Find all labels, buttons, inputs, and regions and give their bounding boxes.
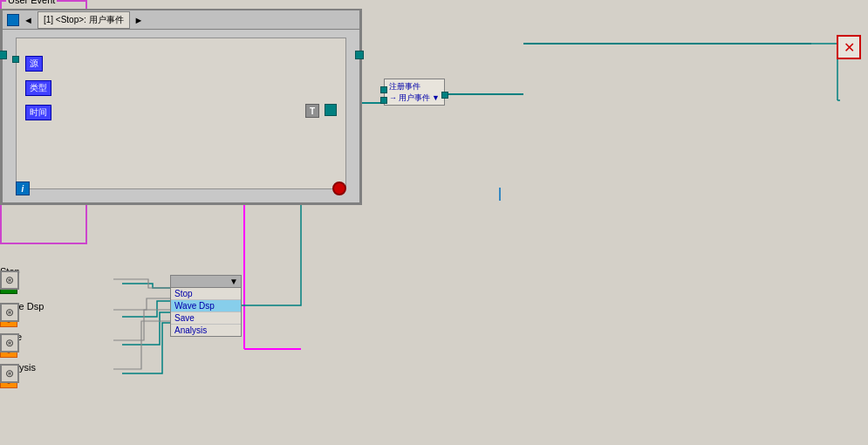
bundle-wavedsp: Wave Dsp [171,300,241,312]
nav-right[interactable]: ► [134,15,144,25]
register-event-node[interactable]: 注册事件 → 用户事件 ▼ [384,79,445,106]
register-left-terminal-1 [380,86,387,93]
wavedsp-cluster-icon [0,303,19,322]
save-cluster [0,333,19,353]
stop-cluster [0,270,19,290]
register-left-terminal-2 [380,97,387,104]
bundle-box: ▼ Stop Wave Dsp Save Analysis [170,275,242,337]
register-dropdown[interactable]: ▼ [432,92,440,104]
inner-event-panel: 源 类型 时间 T [16,38,346,189]
close-icon-box[interactable]: ✕ [837,35,861,59]
analysis-cluster-icon [0,364,19,383]
stop-red-circle [332,181,346,195]
register-arrow: → [389,92,397,104]
bundle-save: Save [171,312,241,325]
register-line1: 注册事件 [389,81,440,92]
register-line2-row: → 用户事件 ▼ [389,92,440,104]
bundle-analysis: Analysis [171,325,241,336]
event-tab-label: [1] <Stop>: 用户事件 [44,14,124,26]
event-source-field: 源 [25,56,43,72]
event-type-field: 类型 [25,80,51,96]
register-right-terminal [441,92,448,99]
bundle-header: ▼ [171,276,241,288]
event-left-terminal [0,51,7,59]
wavedsp-cluster [0,303,19,322]
event-tab[interactable]: [1] <Stop>: 用户事件 [38,11,130,29]
event-right-terminal [355,51,364,59]
inner-left-terminal [12,56,19,63]
analysis-cluster [0,364,19,383]
register-line2: 用户事件 [399,92,430,104]
user-event-title: User Event [6,0,57,5]
event-structure-header: ◄ [1] <Stop>: 用户事件 ► [3,10,359,30]
main-canvas: User Event Stop 2 TF Wave Dsp 2 DBL Save… [0,0,868,445]
save-cluster-icon [0,333,19,353]
t-indicator: T [305,104,319,118]
event-time-field: 时间 [25,105,51,120]
event-struct-blue-indicator [7,14,19,26]
bundle-stop: Stop [171,288,241,300]
stop-cluster-icon [0,270,19,290]
nav-left[interactable]: ◄ [24,15,33,25]
event-structure: ◄ [1] <Stop>: 用户事件 ► 源 类型 时间 T i [0,9,362,205]
inner-green-terminal [325,104,337,116]
close-icon: ✕ [844,39,855,56]
i-indicator: i [16,181,30,195]
